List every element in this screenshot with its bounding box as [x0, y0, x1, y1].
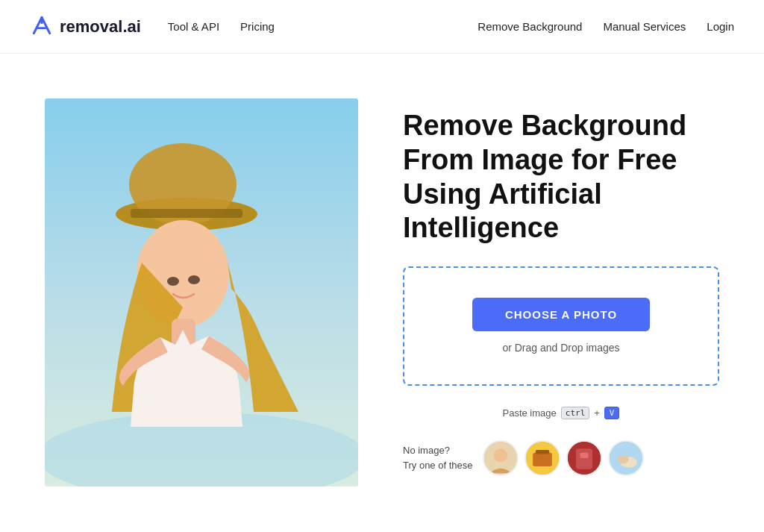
- svg-point-7: [167, 277, 179, 286]
- sample-thumb-4[interactable]: [608, 440, 644, 476]
- nav-links-left: Tool & API Pricing: [168, 20, 275, 33]
- navbar: removal.ai Tool & API Pricing Remove Bac…: [0, 0, 764, 54]
- logo-icon: [30, 13, 54, 40]
- sample-thumb-3[interactable]: [566, 440, 602, 476]
- svg-point-19: [618, 455, 629, 463]
- person-silhouette: [45, 98, 358, 486]
- v-key-badge: V: [604, 407, 620, 419]
- logo[interactable]: removal.ai: [30, 13, 141, 40]
- svg-point-8: [188, 275, 200, 284]
- svg-rect-16: [580, 452, 589, 457]
- nav-right: Remove Background Manual Services Login: [478, 20, 734, 33]
- paste-label: Paste image: [503, 407, 557, 419]
- sample-thumb-1[interactable]: [483, 440, 519, 476]
- main-content: Remove Background From Image for Free Us…: [0, 54, 764, 516]
- sample-row: No image? Try one of these: [403, 440, 719, 476]
- plus-symbol: +: [594, 407, 600, 419]
- drag-drop-label: or Drag and Drop images: [502, 342, 619, 354]
- svg-rect-15: [576, 448, 592, 469]
- svg-point-10: [494, 448, 507, 462]
- nav-left: removal.ai Tool & API Pricing: [30, 13, 275, 40]
- choose-photo-button[interactable]: CHOOSE A PHOTO: [472, 298, 650, 331]
- logo-text: removal.ai: [60, 17, 141, 37]
- sample-thumbs: [483, 440, 644, 476]
- nav-link-login[interactable]: Login: [707, 20, 734, 33]
- upload-dropzone[interactable]: CHOOSE A PHOTO or Drag and Drop images: [403, 266, 719, 386]
- nav-link-pricing[interactable]: Pricing: [240, 20, 275, 33]
- svg-rect-4: [131, 209, 242, 218]
- svg-rect-12: [533, 452, 553, 466]
- svg-rect-13: [536, 450, 549, 454]
- image-panel: [45, 98, 358, 486]
- nav-link-tool-api[interactable]: Tool & API: [168, 20, 219, 33]
- sample-thumb-2[interactable]: [525, 440, 560, 476]
- hero-title: Remove Background From Image for Free Us…: [403, 109, 719, 245]
- ctrl-key-badge: ctrl: [561, 407, 590, 419]
- paste-row: Paste image ctrl + V: [403, 407, 719, 419]
- nav-link-manual-services[interactable]: Manual Services: [603, 20, 686, 33]
- right-panel: Remove Background From Image for Free Us…: [403, 109, 719, 475]
- sample-label: No image? Try one of these: [403, 443, 472, 472]
- nav-link-remove-background[interactable]: Remove Background: [478, 20, 582, 33]
